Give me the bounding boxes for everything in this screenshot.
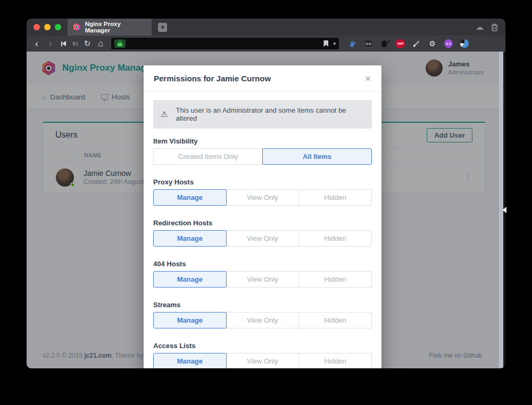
404-hosts-label: 404 Hosts [153,260,372,268]
zoom-window-button[interactable] [55,24,61,30]
skip-back-icon[interactable] [59,41,68,46]
back-icon[interactable]: ‹ [31,37,42,50]
proxy-hosts-options: Manage View Only Hidden [153,189,372,206]
url-bar[interactable]: ▾ [111,38,339,49]
page-viewport: Nginx Proxy Manager James Administrator … [27,52,505,368]
proxy-hosts-label: Proxy Hosts [153,178,372,186]
permissions-modal: Permissions for Jamie Curnow × ⚠ This us… [144,65,381,368]
proxy-hosts-manage[interactable]: Manage [153,189,227,206]
tab-bar: Nginx Proxy Manager + ☁ [27,19,505,36]
streams-options: Manage View Only Hidden [153,312,372,328]
browser-tab[interactable]: Nginx Proxy Manager [68,19,152,36]
home-icon[interactable]: ⌂ [95,39,106,48]
browser-toolbar: ‹ › ↻ ⌂ ▾ ABP ⚙ [27,36,505,52]
window-edge-arrow[interactable] [502,207,506,213]
item-visibility-options: Created Items Only All Items [153,148,372,165]
redirection-hosts-options: Manage View Only Hidden [153,230,372,247]
redirection-hosts-view-only[interactable]: View Only [226,230,300,247]
access-lists-manage[interactable]: Manage [153,353,227,368]
access-lists-label: Access Lists [153,342,372,350]
404-hosts-hidden[interactable]: Hidden [298,271,372,288]
extension-gnome-icon[interactable] [460,39,469,48]
extension-adblock-icon[interactable]: ABP [396,39,405,48]
access-lists-view-only[interactable]: View Only [226,353,300,368]
item-visibility-label: Item Visibility [153,137,372,145]
redirection-hosts-manage[interactable]: Manage [153,230,227,247]
skip-forward-icon[interactable] [71,41,79,46]
option-all-items[interactable]: All Items [262,148,372,165]
reload-icon[interactable]: ↻ [82,39,92,48]
alert-text: This user is an Administrator and some i… [176,106,364,122]
warning-icon: ⚠ [161,109,168,119]
extension-purple-app-icon[interactable] [444,39,453,48]
tab-title: Nginx Proxy Manager [85,21,146,33]
browser-window: Nginx Proxy Manager + ☁ ‹ › ↻ ⌂ ▾ AB [27,19,505,368]
streams-manage[interactable]: Manage [153,312,227,328]
redirection-hosts-hidden[interactable]: Hidden [298,230,372,247]
proxy-hosts-hidden[interactable]: Hidden [298,189,372,206]
extension-mask-icon[interactable] [364,39,373,48]
access-lists-hidden[interactable]: Hidden [298,353,372,368]
access-lists-options: Manage View Only Hidden [153,353,372,368]
minimize-window-button[interactable] [44,24,51,30]
streams-hidden[interactable]: Hidden [298,312,372,328]
chevron-down-icon[interactable]: ▾ [333,41,336,46]
extension-footprint-icon[interactable] [380,39,389,48]
admin-alert: ⚠ This user is an Administrator and some… [153,100,372,129]
extension-bird-icon[interactable] [348,39,357,48]
streams-view-only[interactable]: View Only [226,312,300,328]
bookmark-icon[interactable] [323,40,328,47]
extension-icons: ABP ⚙ [348,39,469,48]
new-tab-button[interactable]: + [158,23,167,32]
trash-icon[interactable] [491,23,498,31]
extension-gear-icon[interactable]: ⚙ [428,39,437,48]
cloud-sync-icon[interactable]: ☁ [476,22,484,32]
padlock-icon[interactable] [114,39,126,48]
redirection-hosts-label: Redirection Hosts [153,219,372,227]
close-window-button[interactable] [34,24,40,30]
close-icon[interactable]: × [365,75,371,82]
modal-title: Permissions for Jamie Curnow [154,74,271,83]
404-hosts-manage[interactable]: Manage [153,271,227,288]
404-hosts-view-only[interactable]: View Only [226,271,300,288]
window-controls [27,24,68,30]
streams-label: Streams [153,301,372,309]
forward-icon[interactable]: › [45,37,56,50]
option-created-items-only[interactable]: Created Items Only [153,148,263,165]
404-hosts-options: Manage View Only Hidden [153,271,372,288]
tab-favicon-npm-logo [73,23,81,31]
proxy-hosts-view-only[interactable]: View Only [226,189,300,206]
extension-color-picker-icon[interactable] [412,39,421,48]
